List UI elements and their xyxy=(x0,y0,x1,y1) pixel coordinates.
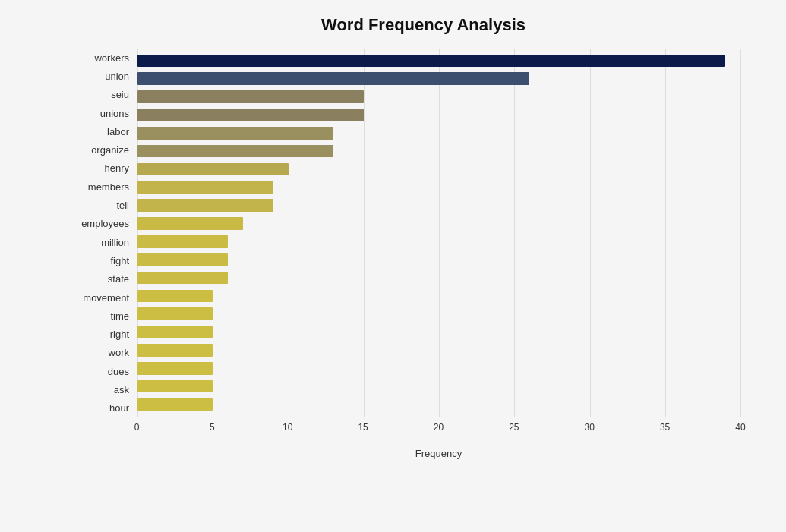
x-tick: 10 xyxy=(283,422,292,433)
bars-section: workersunionseiuunionslabororganizehenry… xyxy=(76,49,740,417)
y-label: tell xyxy=(76,200,129,210)
bar xyxy=(137,55,725,68)
bar-row xyxy=(137,269,740,287)
bar xyxy=(137,163,289,176)
bar xyxy=(137,90,364,103)
bar-row xyxy=(137,160,740,178)
bar-row xyxy=(137,359,740,377)
bar xyxy=(137,290,213,303)
y-label: fight xyxy=(76,256,129,266)
bar-row xyxy=(137,178,740,197)
x-tick: 40 xyxy=(735,422,745,433)
bar xyxy=(137,145,333,158)
y-label: seiu xyxy=(76,90,129,99)
x-tick: 15 xyxy=(358,422,368,433)
bar-row xyxy=(137,142,740,160)
y-label: million xyxy=(76,238,129,247)
bar-row xyxy=(137,197,740,215)
bar xyxy=(137,398,213,411)
y-label: hour xyxy=(76,403,129,413)
y-label: ask xyxy=(76,385,129,395)
x-axis-label: Frequency xyxy=(76,448,740,459)
y-label: employees xyxy=(76,219,129,228)
y-label: union xyxy=(76,71,129,81)
bar xyxy=(137,109,364,121)
bar xyxy=(137,199,273,212)
bar xyxy=(137,181,273,194)
x-tick: 0 xyxy=(134,422,140,433)
x-axis: 0510152025303540 xyxy=(76,422,740,445)
bars-and-grid xyxy=(137,49,740,417)
bar-row xyxy=(137,52,740,70)
x-tick: 5 xyxy=(210,422,215,433)
y-label: right xyxy=(76,329,129,339)
bar xyxy=(137,235,228,248)
bar xyxy=(137,272,228,285)
bar-row xyxy=(137,323,740,342)
y-label: henry xyxy=(76,163,129,173)
x-tick: 20 xyxy=(434,422,444,433)
chart-area: workersunionseiuunionslabororganizehenry… xyxy=(76,49,740,459)
x-tick-container: 0510152025303540 xyxy=(137,422,740,445)
bar-row xyxy=(137,215,740,233)
bar-row xyxy=(137,106,740,124)
bar xyxy=(137,344,213,357)
chart-container: Word Frequency Analysis workersunionseiu… xyxy=(0,0,786,532)
bar-row xyxy=(137,88,740,106)
bar-rows xyxy=(137,49,740,417)
y-label: unions xyxy=(76,109,129,118)
bar xyxy=(137,362,213,375)
y-labels: workersunionseiuunionslabororganizehenry… xyxy=(76,49,137,417)
bar xyxy=(137,72,529,85)
bar xyxy=(137,326,213,338)
bar-row xyxy=(137,70,740,88)
x-tick: 35 xyxy=(660,422,670,433)
bar xyxy=(137,253,228,266)
bar xyxy=(137,307,213,320)
bar xyxy=(137,380,213,393)
y-label: labor xyxy=(76,127,129,137)
bar-row xyxy=(137,287,740,305)
y-label: work xyxy=(76,348,129,357)
y-label: workers xyxy=(76,53,129,63)
x-tick: 30 xyxy=(585,422,595,433)
grid-line xyxy=(740,49,741,417)
bar xyxy=(137,217,243,230)
y-label: state xyxy=(76,274,129,284)
bar xyxy=(137,127,333,140)
bar-row xyxy=(137,250,740,269)
bar-row xyxy=(137,124,740,142)
bar-row xyxy=(137,377,740,395)
bar-row xyxy=(137,342,740,360)
bar-row xyxy=(137,395,740,414)
y-label: time xyxy=(76,311,129,321)
y-label: movement xyxy=(76,293,129,303)
chart-title: Word Frequency Analysis xyxy=(76,15,740,35)
x-tick: 25 xyxy=(509,422,519,433)
bar-row xyxy=(137,232,740,250)
y-label: dues xyxy=(76,367,129,376)
y-label: organize xyxy=(76,145,129,155)
y-label: members xyxy=(76,182,129,192)
bar-row xyxy=(137,305,740,323)
